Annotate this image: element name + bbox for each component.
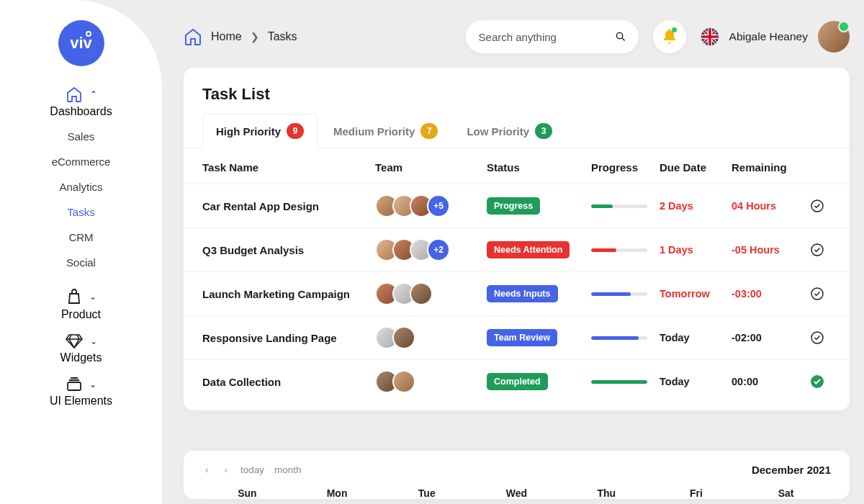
- nav-item-tasks[interactable]: Tasks: [0, 199, 162, 225]
- user-avatar[interactable]: [818, 21, 850, 53]
- bag-icon: [66, 288, 82, 305]
- avatar-more[interactable]: +5: [427, 194, 450, 217]
- day-head: Sat: [741, 487, 831, 499]
- nav-head-product[interactable]: ⌄ Product: [0, 288, 162, 321]
- due-date: Today: [660, 332, 732, 343]
- svg-rect-0: [68, 382, 81, 390]
- day-head: Mon: [292, 487, 382, 499]
- col-progress: Progress: [591, 161, 660, 174]
- tab-high-priority[interactable]: High Priority 9: [202, 114, 318, 148]
- nav-item-social[interactable]: Social: [0, 250, 162, 275]
- calendar-card: ‹ › today month December 2021 Sun Mon Tu…: [184, 451, 850, 499]
- nav-item-analytics[interactable]: Analytics: [0, 174, 162, 199]
- stack-icon: [66, 377, 82, 392]
- task-table: Task Name Team Status Progress Due Date …: [184, 148, 850, 403]
- check-circle-icon[interactable]: [811, 331, 824, 344]
- table-row[interactable]: Responsive Landing PageTeam ReviewToday-…: [184, 315, 850, 359]
- diamond-icon: [66, 334, 83, 348]
- due-date: Tomorrow: [660, 288, 732, 300]
- search-box[interactable]: [466, 20, 639, 53]
- nav-item-crm[interactable]: CRM: [0, 225, 162, 250]
- language-flag-uk[interactable]: [701, 27, 719, 46]
- calendar-month-button[interactable]: month: [274, 464, 302, 475]
- progress-bar: [591, 248, 647, 252]
- day-head: Tue: [382, 487, 472, 499]
- nav-items-dashboards: Sales eCommerce Analytics Tasks CRM Soci…: [0, 124, 162, 275]
- progress-bar: [591, 204, 647, 208]
- brand-logo[interactable]: viv: [58, 20, 104, 66]
- task-name: Data Collection: [202, 376, 375, 388]
- svg-point-4: [811, 244, 823, 256]
- home-icon[interactable]: [184, 28, 202, 45]
- nav-group-ui-elements: ⌄ UI Elements: [0, 377, 162, 408]
- tab-medium-priority[interactable]: Medium Priority 7: [320, 114, 451, 148]
- search-input[interactable]: [479, 31, 616, 43]
- progress-bar: [591, 336, 647, 340]
- avatar[interactable]: [410, 282, 433, 305]
- remaining-time: -03:00: [732, 288, 811, 300]
- nav-head-ui-elements[interactable]: ⌄ UI Elements: [0, 377, 162, 408]
- nav-group-widgets: ⌄ Widgets: [0, 334, 162, 364]
- chevron-down-icon: ⌄: [89, 379, 96, 390]
- avatar[interactable]: [392, 370, 415, 393]
- chevron-right-icon: ❯: [251, 31, 259, 42]
- check-circle-icon[interactable]: [811, 287, 824, 300]
- notifications-button[interactable]: [653, 20, 686, 53]
- nav-head-widgets[interactable]: ⌄ Widgets: [0, 334, 162, 364]
- status-badge: Team Review: [487, 329, 557, 346]
- table-row[interactable]: Q3 Budget Analysis+2Needs Attention1 Day…: [184, 228, 850, 271]
- chevron-down-icon: ⌄: [90, 336, 97, 346]
- nav-label: Widgets: [60, 351, 102, 364]
- team-avatars: [375, 326, 487, 349]
- table-header: Task Name Team Status Progress Due Date …: [184, 148, 850, 184]
- table-row[interactable]: Data CollectionCompletedToday00:00: [184, 359, 850, 403]
- nav-group-product: ⌄ Product: [0, 288, 162, 321]
- avatar-more[interactable]: +2: [427, 238, 450, 261]
- remaining-time: 04 Hours: [732, 200, 811, 212]
- day-head: Wed: [472, 487, 562, 499]
- day-head: Fri: [652, 487, 742, 499]
- tab-count-badge: 7: [420, 123, 438, 139]
- table-row[interactable]: Launch Marketing CampaignNeeds InputsTom…: [184, 271, 850, 315]
- col-status: Status: [487, 161, 591, 174]
- nav-head-dashboards[interactable]: ⌃ Dashboards: [0, 86, 162, 118]
- sidebar: viv ⌃ Dashboards Sales eCommerce Analyti…: [0, 0, 162, 504]
- breadcrumb-home[interactable]: Home: [211, 30, 242, 43]
- priority-tabs: High Priority 9 Medium Priority 7 Low Pr…: [184, 114, 850, 148]
- check-circle-icon[interactable]: [811, 199, 824, 212]
- card-title: Task List: [184, 85, 850, 114]
- calendar-title: December 2021: [752, 464, 831, 476]
- day-head: Sun: [202, 487, 292, 499]
- status-badge: Progress: [487, 197, 540, 215]
- remaining-time: -05 Hours: [732, 244, 811, 256]
- table-row[interactable]: Car Rental App Design+5Progress2 Days04 …: [184, 184, 850, 228]
- tab-count-badge: 3: [535, 123, 552, 139]
- task-name: Launch Marketing Campaign: [202, 288, 375, 300]
- check-circle-filled-icon[interactable]: [811, 375, 824, 388]
- nav-item-ecommerce[interactable]: eCommerce: [0, 149, 162, 174]
- calendar-day-headers: Sun Mon Tue Wed Thu Fri Sat: [202, 487, 831, 499]
- topbar: Home ❯ Tasks Abigale Heaney: [184, 19, 850, 55]
- calendar-next-button[interactable]: ›: [222, 464, 231, 475]
- due-date: 2 Days: [660, 200, 732, 212]
- avatar[interactable]: [392, 326, 415, 349]
- check-circle-icon[interactable]: [811, 243, 824, 256]
- svg-point-5: [811, 288, 823, 300]
- nav-item-sales[interactable]: Sales: [0, 124, 162, 149]
- team-avatars: +5: [375, 194, 487, 217]
- tab-count-badge: 9: [287, 123, 304, 139]
- user-name[interactable]: Abigale Heaney: [729, 30, 808, 43]
- progress-bar: [591, 292, 647, 296]
- col-task-name: Task Name: [202, 161, 375, 174]
- svg-point-3: [811, 200, 823, 212]
- search-icon[interactable]: [616, 30, 626, 44]
- col-team: Team: [375, 161, 487, 174]
- calendar-prev-button[interactable]: ‹: [202, 464, 212, 475]
- calendar-today-button[interactable]: today: [240, 464, 264, 475]
- tab-low-priority[interactable]: Low Priority 3: [454, 114, 565, 148]
- tab-label: Low Priority: [467, 125, 529, 138]
- team-avatars: +2: [375, 238, 487, 261]
- nav-label: Dashboards: [50, 105, 112, 118]
- notification-dot-icon: [672, 27, 677, 32]
- tab-label: High Priority: [216, 125, 281, 138]
